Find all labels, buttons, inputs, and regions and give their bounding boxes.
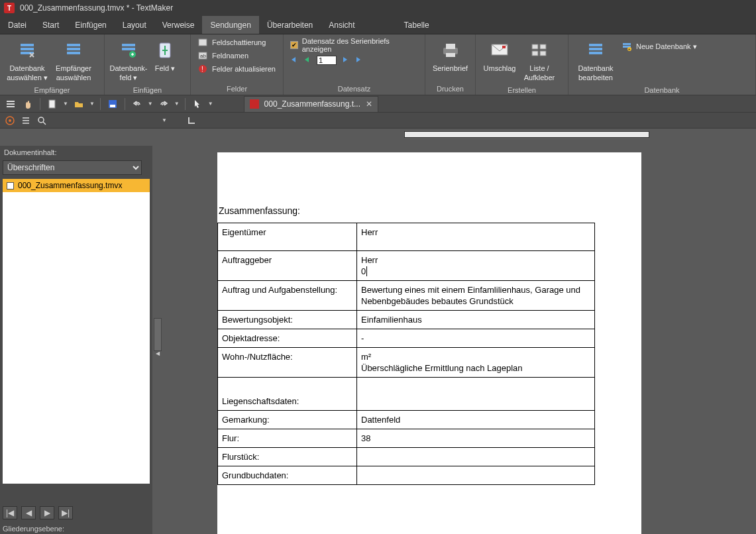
row-value[interactable]: Einfamilienhaus: [357, 311, 595, 329]
field-shading-button[interactable]: Feldschattierung: [195, 36, 279, 49]
doc-heading: Zusammenfassung:: [217, 205, 641, 223]
prev-button[interactable]: ◀: [21, 506, 36, 519]
ribbon-tab-start[interactable]: Start: [34, 16, 67, 34]
outline-item-label: 000_Zusammenfassung.tmvx: [18, 181, 122, 190]
dropdown-arrow-icon[interactable]: ▼: [89, 101, 95, 107]
prev-record-button[interactable]: [303, 56, 311, 64]
envelope-button[interactable]: Umschlag: [480, 37, 519, 76]
edit-database-button[interactable]: Datenbank bearbeiten: [572, 37, 619, 85]
undo-icon[interactable]: [131, 97, 144, 111]
svg-rect-1: [21, 48, 34, 50]
svg-rect-17: [446, 53, 455, 57]
row-label: Wohn-/Nutzfläche:: [218, 348, 357, 378]
row-value[interactable]: -: [357, 329, 595, 348]
dropdown-arrow-icon[interactable]: ▼: [174, 101, 180, 107]
title-bar: T 000_Zusammenfassung.tmvx * - TextMaker: [0, 0, 756, 16]
hand-icon[interactable]: [21, 97, 34, 111]
outline-list: 000_Zusammenfassung.tmvx: [3, 179, 150, 484]
page[interactable]: Zusammenfassung: EigentümerHerrAuftragge…: [217, 152, 641, 534]
list-icon[interactable]: [20, 115, 32, 127]
row-label: Auftraggeber: [218, 251, 357, 281]
row-label: Eigentümer: [218, 223, 357, 251]
row-value[interactable]: 38: [357, 429, 595, 448]
field-names-button[interactable]: ab Feldnamen: [195, 49, 279, 62]
show-record-toggle[interactable]: ✔ Datensatz des Serienbriefs anzeigen: [288, 36, 421, 54]
ruler-track[interactable]: [404, 131, 649, 138]
new-database-button[interactable]: + Neue Datenbank ▾: [619, 40, 700, 53]
dropdown-arrow-icon[interactable]: ▼: [63, 101, 68, 107]
panel-collapse-grip[interactable]: [154, 318, 162, 351]
document-tab[interactable]: 000_Zusammenfassung.t... ✕: [244, 96, 378, 112]
row-label: Bewertungsobjekt:: [218, 311, 357, 329]
ribbon-group-drucken: Serienbrief Drucken: [425, 34, 476, 95]
next-record-button[interactable]: [342, 56, 350, 64]
target-icon[interactable]: [4, 115, 16, 127]
dropdown-arrow-icon[interactable]: ▼: [148, 101, 153, 107]
table-row: Flurstück:: [218, 448, 595, 466]
svg-rect-10: [199, 39, 207, 46]
redo-icon[interactable]: [157, 97, 170, 111]
select-recipients-button[interactable]: Empfänger auswählen: [50, 37, 97, 85]
record-number-input[interactable]: [317, 56, 337, 65]
secondary-toolbar: ▼: [0, 113, 756, 129]
row-value[interactable]: [357, 378, 595, 411]
row-value[interactable]: Herr0: [357, 251, 595, 281]
new-doc-icon[interactable]: [46, 97, 59, 111]
last-button[interactable]: ▶|: [58, 506, 73, 519]
table-row: Gemarkung:Dattenfeld: [218, 411, 595, 429]
next-button[interactable]: ▶: [40, 506, 54, 519]
row-value[interactable]: Dattenfeld: [357, 411, 595, 429]
envelope-icon: [489, 40, 510, 61]
svg-rect-25: [589, 48, 602, 50]
row-value[interactable]: [357, 466, 595, 485]
checkbox-icon[interactable]: [7, 182, 14, 189]
ribbon-tab-überarbeiten[interactable]: Überarbeiten: [259, 16, 321, 34]
ribbon-tab-sendungen[interactable]: Sendungen: [202, 16, 258, 34]
shading-icon: [197, 37, 208, 48]
dropdown-arrow-icon[interactable]: ▼: [162, 117, 167, 123]
separator: [40, 98, 40, 110]
outline-level-label: Gliederungsebene:: [3, 525, 64, 533]
outline-mode-dropdown[interactable]: Überschriften: [3, 160, 142, 175]
first-record-button[interactable]: [290, 56, 298, 64]
row-value[interactable]: m²Überschlägliche Ermittlung nach Lagepl…: [357, 348, 595, 378]
database-field-button[interactable]: Datenbank­feld ▾: [109, 37, 148, 85]
ribbon-tab-datei[interactable]: Datei: [0, 16, 34, 34]
ribbon-tab-ansicht[interactable]: Ansicht: [321, 16, 362, 34]
row-value[interactable]: [357, 448, 595, 466]
dropdown-arrow-icon[interactable]: ▼: [208, 101, 213, 107]
select-database-button[interactable]: Datenbank auswählen ▾: [4, 37, 50, 85]
row-value[interactable]: Bewertung eines mit einem Einfamlilienha…: [357, 281, 595, 311]
document-area: Zusammenfassung: EigentümerHerrAuftragge…: [166, 142, 756, 534]
search-icon[interactable]: [36, 115, 48, 127]
first-button[interactable]: |◀: [3, 506, 17, 519]
button-label: Feld ▾: [155, 64, 175, 73]
ribbon-group-empfaenger: Datenbank auswählen ▾ Empfänger auswähle…: [0, 34, 105, 95]
field-button[interactable]: Feld ▾: [148, 37, 182, 76]
svg-rect-7: [122, 48, 135, 50]
side-panel-header: Dokumentinhalt:: [0, 146, 152, 159]
group-label: Empfänger: [0, 85, 104, 96]
serienbrief-button[interactable]: Serienbrief: [429, 37, 471, 76]
open-icon[interactable]: [72, 97, 85, 111]
pointer-icon[interactable]: [191, 97, 204, 111]
side-panel: Dokumentinhalt: Überschriften 000_Zusamm…: [0, 146, 152, 534]
corner-icon: [186, 115, 197, 127]
row-value[interactable]: Herr: [357, 223, 595, 251]
ribbon-tab-einfügen[interactable]: Einfügen: [67, 16, 114, 34]
separator: [100, 98, 101, 110]
separator: [125, 98, 125, 110]
svg-rect-4: [67, 48, 80, 50]
ribbon-tab-layout[interactable]: Layout: [115, 16, 154, 34]
last-record-button[interactable]: [355, 56, 363, 64]
ribbon-tab-tabelle[interactable]: Tabelle: [396, 16, 437, 34]
outline-item[interactable]: 000_Zusammenfassung.tmvx: [3, 179, 150, 192]
labels-button[interactable]: Liste / Aufkleber: [519, 37, 559, 85]
menu-icon[interactable]: [4, 97, 17, 111]
ribbon-tab-verweise[interactable]: Verweise: [154, 16, 203, 34]
svg-rect-5: [67, 52, 80, 54]
close-tab-icon[interactable]: ✕: [366, 99, 372, 109]
save-icon[interactable]: [106, 97, 119, 111]
update-fields-button[interactable]: ! Felder aktualisieren: [195, 62, 279, 76]
update-icon: !: [197, 64, 208, 74]
